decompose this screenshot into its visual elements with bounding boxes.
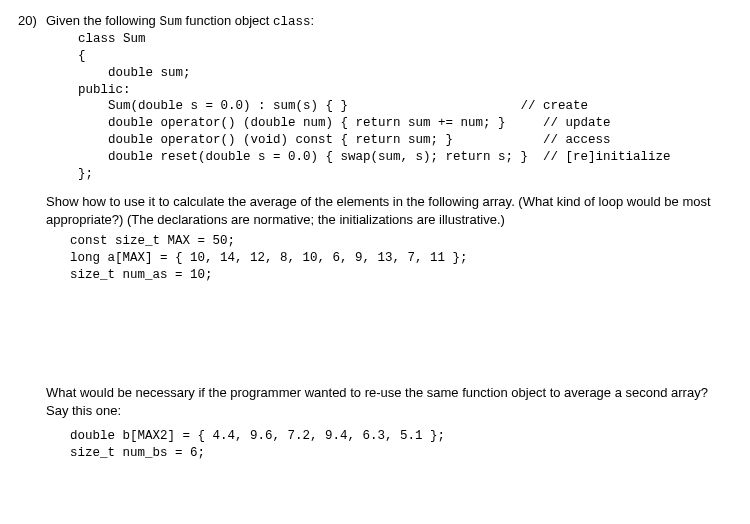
intro-text-1: Given the following <box>46 13 159 28</box>
question-number: 20) <box>18 12 46 30</box>
intro-line: Given the following Sum function object … <box>46 12 314 31</box>
prompt-paragraph-1: Show how to use it to calculate the aver… <box>46 193 732 229</box>
array-a-declarations: const size_t MAX = 50; long a[MAX] = { 1… <box>70 233 732 284</box>
class-definition-code: class Sum { double sum; public: Sum(doub… <box>78 31 732 183</box>
intro-text-3: : <box>311 13 315 28</box>
array-b-declarations: double b[MAX2] = { 4.4, 9.6, 7.2, 9.4, 6… <box>70 428 732 462</box>
question-header: 20) Given the following Sum function obj… <box>18 12 732 31</box>
answer-space-1 <box>18 284 732 374</box>
prompt-paragraph-2: What would be necessary if the programme… <box>46 384 732 420</box>
intro-code-sum: Sum <box>159 15 182 29</box>
intro-code-class: class <box>273 15 311 29</box>
intro-text-2: function object <box>182 13 273 28</box>
